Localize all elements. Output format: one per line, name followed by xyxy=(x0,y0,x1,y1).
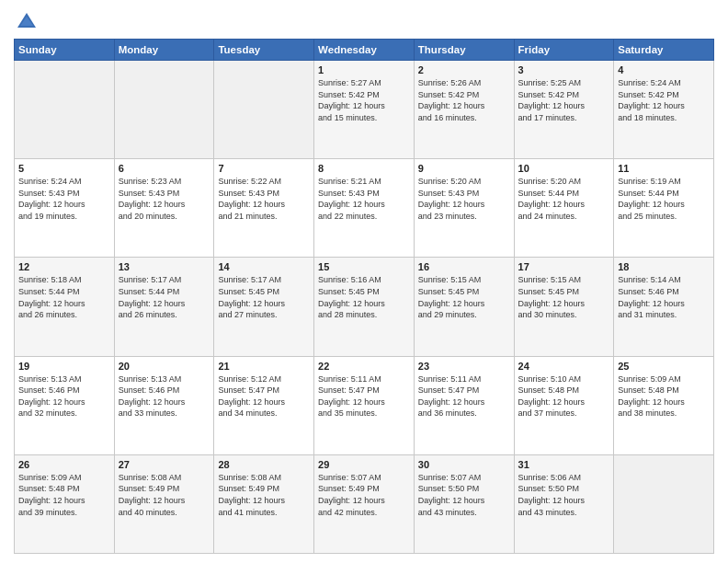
calendar-cell xyxy=(114,61,214,159)
day-number: 24 xyxy=(518,361,610,372)
day-info: Sunrise: 5:13 AM Sunset: 5:46 PM Dayligh… xyxy=(18,373,110,419)
calendar-cell: 14Sunrise: 5:17 AM Sunset: 5:45 PM Dayli… xyxy=(214,258,314,356)
day-number: 10 xyxy=(518,163,610,174)
calendar-cell: 7Sunrise: 5:22 AM Sunset: 5:43 PM Daylig… xyxy=(214,159,314,258)
day-info: Sunrise: 5:14 AM Sunset: 5:46 PM Dayligh… xyxy=(618,274,710,320)
calendar-cell: 2Sunrise: 5:26 AM Sunset: 5:42 PM Daylig… xyxy=(414,61,514,159)
calendar-cell xyxy=(214,61,314,159)
calendar-body: 1Sunrise: 5:27 AM Sunset: 5:42 PM Daylig… xyxy=(15,61,714,554)
day-info: Sunrise: 5:25 AM Sunset: 5:42 PM Dayligh… xyxy=(518,77,610,123)
days-of-week-row: SundayMondayTuesdayWednesdayThursdayFrid… xyxy=(15,40,714,61)
day-info: Sunrise: 5:07 AM Sunset: 5:49 PM Dayligh… xyxy=(318,472,410,518)
calendar-cell: 8Sunrise: 5:21 AM Sunset: 5:43 PM Daylig… xyxy=(314,159,415,258)
day-number: 12 xyxy=(18,261,110,272)
day-number: 22 xyxy=(318,361,410,372)
day-number: 20 xyxy=(119,361,210,372)
day-number: 14 xyxy=(218,261,310,272)
day-info: Sunrise: 5:08 AM Sunset: 5:49 PM Dayligh… xyxy=(119,472,210,518)
calendar-week-row: 12Sunrise: 5:18 AM Sunset: 5:44 PM Dayli… xyxy=(15,258,714,356)
calendar-cell: 11Sunrise: 5:19 AM Sunset: 5:44 PM Dayli… xyxy=(614,159,714,258)
calendar-cell: 9Sunrise: 5:20 AM Sunset: 5:43 PM Daylig… xyxy=(414,159,514,258)
calendar-cell: 10Sunrise: 5:20 AM Sunset: 5:44 PM Dayli… xyxy=(514,159,614,258)
day-info: Sunrise: 5:20 AM Sunset: 5:43 PM Dayligh… xyxy=(418,176,510,222)
logo-icon xyxy=(14,9,40,35)
day-number: 18 xyxy=(618,261,710,272)
day-info: Sunrise: 5:26 AM Sunset: 5:42 PM Dayligh… xyxy=(418,77,510,123)
day-number: 28 xyxy=(218,459,310,470)
header xyxy=(14,9,714,35)
day-of-week-header: Saturday xyxy=(614,40,714,61)
day-info: Sunrise: 5:11 AM Sunset: 5:47 PM Dayligh… xyxy=(418,373,510,419)
calendar-cell: 24Sunrise: 5:10 AM Sunset: 5:48 PM Dayli… xyxy=(514,356,614,454)
calendar-cell: 15Sunrise: 5:16 AM Sunset: 5:45 PM Dayli… xyxy=(314,258,415,356)
day-info: Sunrise: 5:13 AM Sunset: 5:46 PM Dayligh… xyxy=(119,373,210,419)
day-info: Sunrise: 5:22 AM Sunset: 5:43 PM Dayligh… xyxy=(218,176,310,222)
calendar-cell: 5Sunrise: 5:24 AM Sunset: 5:43 PM Daylig… xyxy=(15,159,115,258)
calendar-cell: 6Sunrise: 5:23 AM Sunset: 5:43 PM Daylig… xyxy=(114,159,214,258)
day-number: 16 xyxy=(418,261,510,272)
calendar-cell: 23Sunrise: 5:11 AM Sunset: 5:47 PM Dayli… xyxy=(414,356,514,454)
day-number: 11 xyxy=(618,163,710,174)
day-info: Sunrise: 5:16 AM Sunset: 5:45 PM Dayligh… xyxy=(318,274,410,320)
day-info: Sunrise: 5:21 AM Sunset: 5:43 PM Dayligh… xyxy=(318,176,410,222)
page: SundayMondayTuesdayWednesdayThursdayFrid… xyxy=(0,0,728,563)
day-of-week-header: Wednesday xyxy=(314,40,415,61)
day-info: Sunrise: 5:18 AM Sunset: 5:44 PM Dayligh… xyxy=(18,274,110,320)
day-info: Sunrise: 5:10 AM Sunset: 5:48 PM Dayligh… xyxy=(518,373,610,419)
day-info: Sunrise: 5:12 AM Sunset: 5:47 PM Dayligh… xyxy=(218,373,310,419)
day-info: Sunrise: 5:20 AM Sunset: 5:44 PM Dayligh… xyxy=(518,176,610,222)
calendar-cell: 1Sunrise: 5:27 AM Sunset: 5:42 PM Daylig… xyxy=(314,61,415,159)
day-info: Sunrise: 5:11 AM Sunset: 5:47 PM Dayligh… xyxy=(318,373,410,419)
day-info: Sunrise: 5:08 AM Sunset: 5:49 PM Dayligh… xyxy=(218,472,310,518)
day-number: 2 xyxy=(418,64,510,75)
calendar-cell: 31Sunrise: 5:06 AM Sunset: 5:50 PM Dayli… xyxy=(514,454,614,553)
calendar-week-row: 19Sunrise: 5:13 AM Sunset: 5:46 PM Dayli… xyxy=(15,356,714,454)
day-number: 31 xyxy=(518,459,610,470)
calendar-cell xyxy=(15,61,115,159)
day-number: 23 xyxy=(418,361,510,372)
day-number: 29 xyxy=(318,459,410,470)
day-number: 15 xyxy=(318,261,410,272)
calendar-cell: 3Sunrise: 5:25 AM Sunset: 5:42 PM Daylig… xyxy=(514,61,614,159)
calendar-cell: 26Sunrise: 5:09 AM Sunset: 5:48 PM Dayli… xyxy=(15,454,115,553)
calendar-cell: 19Sunrise: 5:13 AM Sunset: 5:46 PM Dayli… xyxy=(15,356,115,454)
logo xyxy=(14,9,43,35)
day-number: 19 xyxy=(18,361,110,372)
calendar-cell: 12Sunrise: 5:18 AM Sunset: 5:44 PM Dayli… xyxy=(15,258,115,356)
day-of-week-header: Tuesday xyxy=(214,40,314,61)
day-info: Sunrise: 5:23 AM Sunset: 5:43 PM Dayligh… xyxy=(119,176,210,222)
day-info: Sunrise: 5:27 AM Sunset: 5:42 PM Dayligh… xyxy=(318,77,410,123)
calendar-cell: 4Sunrise: 5:24 AM Sunset: 5:42 PM Daylig… xyxy=(614,61,714,159)
calendar-cell: 29Sunrise: 5:07 AM Sunset: 5:49 PM Dayli… xyxy=(314,454,415,553)
calendar-cell: 13Sunrise: 5:17 AM Sunset: 5:44 PM Dayli… xyxy=(114,258,214,356)
calendar-cell: 22Sunrise: 5:11 AM Sunset: 5:47 PM Dayli… xyxy=(314,356,415,454)
day-number: 25 xyxy=(618,361,710,372)
day-number: 8 xyxy=(318,163,410,174)
day-info: Sunrise: 5:17 AM Sunset: 5:44 PM Dayligh… xyxy=(119,274,210,320)
day-info: Sunrise: 5:07 AM Sunset: 5:50 PM Dayligh… xyxy=(418,472,510,518)
calendar-week-row: 5Sunrise: 5:24 AM Sunset: 5:43 PM Daylig… xyxy=(15,159,714,258)
calendar-cell: 17Sunrise: 5:15 AM Sunset: 5:45 PM Dayli… xyxy=(514,258,614,356)
day-number: 9 xyxy=(418,163,510,174)
day-number: 27 xyxy=(119,459,210,470)
day-number: 21 xyxy=(218,361,310,372)
calendar-cell: 18Sunrise: 5:14 AM Sunset: 5:46 PM Dayli… xyxy=(614,258,714,356)
calendar-cell: 27Sunrise: 5:08 AM Sunset: 5:49 PM Dayli… xyxy=(114,454,214,553)
calendar-cell: 25Sunrise: 5:09 AM Sunset: 5:48 PM Dayli… xyxy=(614,356,714,454)
day-number: 5 xyxy=(18,163,110,174)
calendar-table: SundayMondayTuesdayWednesdayThursdayFrid… xyxy=(14,39,714,554)
day-info: Sunrise: 5:24 AM Sunset: 5:42 PM Dayligh… xyxy=(618,77,710,123)
calendar-cell: 28Sunrise: 5:08 AM Sunset: 5:49 PM Dayli… xyxy=(214,454,314,553)
day-info: Sunrise: 5:24 AM Sunset: 5:43 PM Dayligh… xyxy=(18,176,110,222)
day-info: Sunrise: 5:15 AM Sunset: 5:45 PM Dayligh… xyxy=(418,274,510,320)
calendar-cell xyxy=(614,454,714,553)
day-info: Sunrise: 5:09 AM Sunset: 5:48 PM Dayligh… xyxy=(18,472,110,518)
calendar-header: SundayMondayTuesdayWednesdayThursdayFrid… xyxy=(15,40,714,61)
day-number: 1 xyxy=(318,64,410,75)
day-info: Sunrise: 5:17 AM Sunset: 5:45 PM Dayligh… xyxy=(218,274,310,320)
day-number: 3 xyxy=(518,64,610,75)
day-info: Sunrise: 5:15 AM Sunset: 5:45 PM Dayligh… xyxy=(518,274,610,320)
day-number: 26 xyxy=(18,459,110,470)
day-of-week-header: Friday xyxy=(514,40,614,61)
day-info: Sunrise: 5:19 AM Sunset: 5:44 PM Dayligh… xyxy=(618,176,710,222)
